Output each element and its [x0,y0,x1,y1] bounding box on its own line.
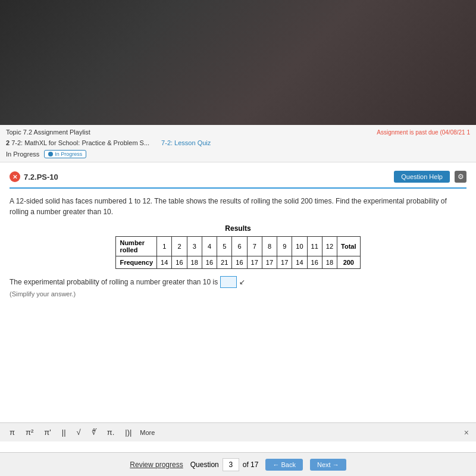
col-5: 5 [217,237,232,256]
breadcrumb-row: Topic 7.2 Assignment Playlist Assignment… [6,127,470,137]
freq-7: 17 [247,256,262,269]
review-progress-button[interactable]: Review progress [130,461,183,469]
freq-12: 18 [322,256,337,269]
close-toolbar-button[interactable]: × [464,428,469,437]
badge-label: In Progress [55,151,82,157]
math-btn-squared[interactable]: π² [23,427,36,438]
results-section: Results Numberrolled 1 2 3 4 5 6 7 8 9 1… [10,224,466,269]
in-progress-label: In Progress [6,151,39,158]
freq-8: 17 [262,256,277,269]
nav-row: 2 7-2: MathXL for School: Practice & Pro… [6,137,470,149]
col-11: 11 [307,237,322,256]
freq-3: 18 [187,256,202,269]
question-number-input[interactable] [223,458,239,471]
question-nav: Question of 17 [190,458,259,471]
freq-10: 14 [292,256,307,269]
math-btn-abs[interactable]: || [60,427,68,438]
freq-2: 16 [172,256,187,269]
freq-6: 16 [232,256,247,269]
col-3: 3 [187,237,202,256]
nav-item-mathxl[interactable]: 2 7-2: MathXL for School: Practice & Pro… [6,139,149,146]
assignment-due: Assignment is past due (04/08/21 1 [377,129,470,136]
x-icon: ✕ [10,171,20,182]
col-7: 7 [247,237,262,256]
math-btn-fourthroot[interactable]: ∜ [89,427,99,438]
question-id-text: 7.2.PS-10 [24,173,58,181]
col-6: 6 [232,237,247,256]
more-button[interactable]: More [140,429,155,436]
nav-item-quiz[interactable]: 7-2: Lesson Quiz [161,139,211,146]
freq-9: 17 [277,256,292,269]
freq-4: 16 [202,256,217,269]
col-10: 10 [292,237,307,256]
math-toolbar: π π² π' || √ ∜ π. |)| More × [0,422,476,441]
question-label: Question [190,461,219,469]
in-progress-badge: In Progress [44,150,86,158]
math-btn-sqrt[interactable]: √ [74,427,83,438]
question-header: ✕ 7.2.PS-10 Question Help ⚙ [10,171,466,189]
table-header-row: Numberrolled 1 2 3 4 5 6 7 8 9 10 11 12 … [116,237,360,256]
simplify-note: (Simplify your answer.) [10,290,466,298]
dot-icon [48,152,53,156]
question-id: ✕ 7.2.PS-10 [10,171,58,182]
table-frequency-row: Frequency 14 16 18 16 21 16 17 17 17 14 … [116,256,360,269]
answer-input[interactable] [220,276,237,288]
freq-1: 14 [157,256,172,269]
col-total: Total [337,237,360,256]
freq-5: 21 [217,256,232,269]
col-4: 4 [202,237,217,256]
cursor-indicator: ↙ [239,278,245,286]
breadcrumb: Topic 7.2 Assignment Playlist [6,129,90,136]
question-help-button[interactable]: Question Help [394,171,450,183]
answer-row: The experimental probability of rolling … [10,276,466,288]
freq-11: 16 [307,256,322,269]
back-button[interactable]: ← Back [265,459,303,471]
gear-icon[interactable]: ⚙ [455,171,466,183]
of-label: of 17 [243,461,259,469]
results-title: Results [10,224,466,233]
col-2: 2 [172,237,187,256]
col-1: 1 [157,237,172,256]
freq-total: 200 [337,256,360,269]
math-btn-prime[interactable]: π' [42,427,53,438]
math-btn-dot[interactable]: π. [105,427,117,438]
photo-background [0,0,476,125]
main-content: ✕ 7.2.PS-10 Question Help ⚙ A 12-sided s… [0,162,476,306]
bottom-nav: Review progress Question of 17 ← Back Ne… [0,452,476,476]
next-button[interactable]: Next → [310,459,346,471]
math-btn-paren[interactable]: |)| [123,427,134,438]
answer-prefix: The experimental probability of rolling … [10,278,218,286]
col-12: 12 [322,237,337,256]
question-actions: Question Help ⚙ [394,171,466,183]
number-rolled-label: Numberrolled [116,237,157,256]
question-text: A 12-sided solid has faces numbered 1 to… [10,196,466,217]
frequency-label: Frequency [116,256,157,269]
col-9: 9 [277,237,292,256]
results-table: Numberrolled 1 2 3 4 5 6 7 8 9 10 11 12 … [115,236,360,269]
site-header: Topic 7.2 Assignment Playlist Assignment… [0,125,476,162]
math-btn-pi[interactable]: π [7,427,17,438]
col-8: 8 [262,237,277,256]
content-wrapper: Topic 7.2 Assignment Playlist Assignment… [0,125,476,476]
